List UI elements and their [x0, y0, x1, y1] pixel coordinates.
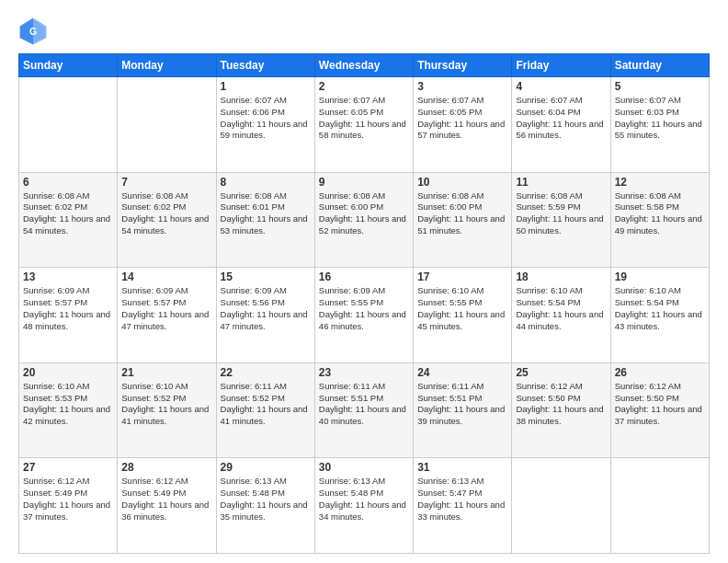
calendar-cell: 21Sunrise: 6:10 AM Sunset: 5:52 PM Dayli… — [118, 362, 216, 458]
calendar-cell — [118, 77, 216, 173]
cell-info: Sunrise: 6:10 AM Sunset: 5:52 PM Dayligh… — [121, 381, 211, 428]
calendar-cell: 14Sunrise: 6:09 AM Sunset: 5:57 PM Dayli… — [118, 268, 216, 363]
cell-info: Sunrise: 6:09 AM Sunset: 5:57 PM Dayligh… — [121, 285, 211, 332]
day-number: 4 — [516, 80, 606, 93]
day-number: 7 — [121, 176, 211, 189]
cell-info: Sunrise: 6:08 AM Sunset: 6:00 PM Dayligh… — [319, 190, 409, 237]
day-number: 3 — [417, 80, 507, 93]
day-number: 26 — [615, 366, 705, 379]
day-header-thursday: Thursday — [414, 54, 512, 77]
calendar-cell: 16Sunrise: 6:09 AM Sunset: 5:55 PM Dayli… — [314, 268, 413, 363]
day-number: 1 — [221, 80, 311, 93]
calendar-cell: 22Sunrise: 6:11 AM Sunset: 5:52 PM Dayli… — [216, 362, 314, 458]
day-number: 2 — [319, 80, 409, 93]
day-header-sunday: Sunday — [19, 54, 118, 77]
calendar-cell: 30Sunrise: 6:13 AM Sunset: 5:48 PM Dayli… — [314, 458, 413, 554]
day-number: 17 — [417, 270, 507, 283]
day-number: 15 — [221, 270, 311, 283]
calendar-cell: 20Sunrise: 6:10 AM Sunset: 5:53 PM Dayli… — [19, 362, 118, 458]
day-header-wednesday: Wednesday — [314, 54, 413, 77]
logo-icon: G — [18, 17, 48, 46]
week-row: 6Sunrise: 6:08 AM Sunset: 6:02 PM Daylig… — [19, 172, 710, 268]
calendar-cell: 7Sunrise: 6:08 AM Sunset: 6:02 PM Daylig… — [118, 172, 216, 268]
cell-info: Sunrise: 6:08 AM Sunset: 6:01 PM Dayligh… — [221, 190, 311, 237]
calendar-cell — [19, 77, 118, 173]
calendar-cell: 27Sunrise: 6:12 AM Sunset: 5:49 PM Dayli… — [19, 458, 118, 554]
cell-info: Sunrise: 6:07 AM Sunset: 6:03 PM Dayligh… — [615, 95, 705, 142]
calendar-cell: 17Sunrise: 6:10 AM Sunset: 5:55 PM Dayli… — [414, 268, 512, 363]
logo: G — [18, 17, 51, 46]
calendar-cell — [610, 458, 709, 554]
cell-info: Sunrise: 6:08 AM Sunset: 5:58 PM Dayligh… — [615, 190, 705, 237]
cell-info: Sunrise: 6:07 AM Sunset: 6:06 PM Dayligh… — [221, 95, 311, 142]
day-number: 23 — [319, 366, 409, 379]
cell-info: Sunrise: 6:09 AM Sunset: 5:57 PM Dayligh… — [23, 285, 113, 332]
header-row: SundayMondayTuesdayWednesdayThursdayFrid… — [19, 54, 710, 77]
calendar-cell: 23Sunrise: 6:11 AM Sunset: 5:51 PM Dayli… — [314, 362, 413, 458]
day-number: 11 — [516, 176, 606, 189]
day-number: 12 — [615, 176, 705, 189]
calendar-cell: 11Sunrise: 6:08 AM Sunset: 5:59 PM Dayli… — [512, 172, 610, 268]
calendar-cell: 5Sunrise: 6:07 AM Sunset: 6:03 PM Daylig… — [610, 77, 709, 173]
cell-info: Sunrise: 6:11 AM Sunset: 5:51 PM Dayligh… — [319, 381, 409, 428]
cell-info: Sunrise: 6:09 AM Sunset: 5:56 PM Dayligh… — [221, 285, 311, 332]
day-header-monday: Monday — [118, 54, 216, 77]
cell-info: Sunrise: 6:10 AM Sunset: 5:55 PM Dayligh… — [417, 285, 507, 332]
calendar-cell: 2Sunrise: 6:07 AM Sunset: 6:05 PM Daylig… — [314, 77, 413, 173]
calendar-cell: 15Sunrise: 6:09 AM Sunset: 5:56 PM Dayli… — [216, 268, 314, 363]
day-number: 19 — [615, 270, 705, 283]
calendar-cell: 9Sunrise: 6:08 AM Sunset: 6:00 PM Daylig… — [314, 172, 413, 268]
calendar-cell: 25Sunrise: 6:12 AM Sunset: 5:50 PM Dayli… — [512, 362, 610, 458]
cell-info: Sunrise: 6:13 AM Sunset: 5:48 PM Dayligh… — [221, 476, 311, 523]
day-number: 14 — [121, 270, 211, 283]
calendar-cell: 10Sunrise: 6:08 AM Sunset: 6:00 PM Dayli… — [414, 172, 512, 268]
day-number: 20 — [23, 366, 113, 379]
day-number: 5 — [615, 80, 705, 93]
week-row: 13Sunrise: 6:09 AM Sunset: 5:57 PM Dayli… — [19, 268, 710, 363]
cell-info: Sunrise: 6:11 AM Sunset: 5:51 PM Dayligh… — [417, 381, 507, 428]
calendar-cell — [512, 458, 610, 554]
cell-info: Sunrise: 6:12 AM Sunset: 5:49 PM Dayligh… — [23, 476, 113, 523]
cell-info: Sunrise: 6:12 AM Sunset: 5:50 PM Dayligh… — [615, 381, 705, 428]
cell-info: Sunrise: 6:08 AM Sunset: 6:02 PM Dayligh… — [23, 190, 113, 237]
cell-info: Sunrise: 6:08 AM Sunset: 6:00 PM Dayligh… — [417, 190, 507, 237]
week-row: 20Sunrise: 6:10 AM Sunset: 5:53 PM Dayli… — [19, 362, 710, 458]
day-number: 18 — [516, 270, 606, 283]
day-number: 24 — [417, 366, 507, 379]
calendar-cell: 31Sunrise: 6:13 AM Sunset: 5:47 PM Dayli… — [414, 458, 512, 554]
calendar-cell: 3Sunrise: 6:07 AM Sunset: 6:05 PM Daylig… — [414, 77, 512, 173]
calendar: SundayMondayTuesdayWednesdayThursdayFrid… — [18, 53, 710, 554]
calendar-cell: 28Sunrise: 6:12 AM Sunset: 5:49 PM Dayli… — [118, 458, 216, 554]
day-number: 25 — [516, 366, 606, 379]
day-number: 6 — [23, 176, 113, 189]
day-number: 21 — [121, 366, 211, 379]
day-header-tuesday: Tuesday — [216, 54, 314, 77]
day-number: 22 — [221, 366, 311, 379]
cell-info: Sunrise: 6:12 AM Sunset: 5:49 PM Dayligh… — [121, 476, 211, 523]
cell-info: Sunrise: 6:09 AM Sunset: 5:55 PM Dayligh… — [319, 285, 409, 332]
calendar-body: 1Sunrise: 6:07 AM Sunset: 6:06 PM Daylig… — [19, 77, 710, 554]
day-number: 16 — [319, 270, 409, 283]
day-number: 9 — [319, 176, 409, 189]
day-number: 28 — [121, 461, 211, 474]
header: G — [18, 17, 710, 46]
cell-info: Sunrise: 6:10 AM Sunset: 5:53 PM Dayligh… — [23, 381, 113, 428]
day-number: 31 — [417, 461, 507, 474]
calendar-cell: 19Sunrise: 6:10 AM Sunset: 5:54 PM Dayli… — [610, 268, 709, 363]
cell-info: Sunrise: 6:13 AM Sunset: 5:47 PM Dayligh… — [417, 476, 507, 523]
day-header-friday: Friday — [512, 54, 610, 77]
cell-info: Sunrise: 6:12 AM Sunset: 5:50 PM Dayligh… — [516, 381, 606, 428]
calendar-cell: 18Sunrise: 6:10 AM Sunset: 5:54 PM Dayli… — [512, 268, 610, 363]
svg-text:G: G — [29, 27, 37, 37]
cell-info: Sunrise: 6:13 AM Sunset: 5:48 PM Dayligh… — [319, 476, 409, 523]
cell-info: Sunrise: 6:11 AM Sunset: 5:52 PM Dayligh… — [221, 381, 311, 428]
cell-info: Sunrise: 6:07 AM Sunset: 6:04 PM Dayligh… — [516, 95, 606, 142]
week-row: 27Sunrise: 6:12 AM Sunset: 5:49 PM Dayli… — [19, 458, 710, 554]
calendar-cell: 8Sunrise: 6:08 AM Sunset: 6:01 PM Daylig… — [216, 172, 314, 268]
day-number: 10 — [417, 176, 507, 189]
day-number: 27 — [23, 461, 113, 474]
day-header-saturday: Saturday — [610, 54, 709, 77]
calendar-header: SundayMondayTuesdayWednesdayThursdayFrid… — [19, 54, 710, 77]
calendar-cell: 1Sunrise: 6:07 AM Sunset: 6:06 PM Daylig… — [216, 77, 314, 173]
day-number: 13 — [23, 270, 113, 283]
